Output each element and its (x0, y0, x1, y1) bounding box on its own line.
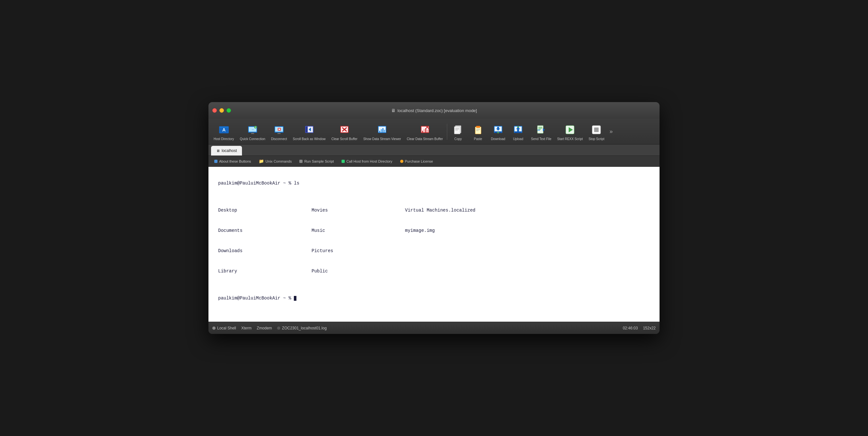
paste-icon (472, 124, 484, 136)
quick-connection-label: Quick Connection (240, 137, 265, 141)
main-window: 🖥 localhost (Standard.zoc) [evaluation m… (209, 102, 659, 334)
send-text-file-button[interactable]: Send Text File (528, 122, 554, 142)
disconnect-label: Disconnect (271, 137, 287, 141)
svg-rect-67 (537, 130, 540, 130)
folder-icon: 📁 (259, 159, 264, 164)
scroll-back-label: Scroll Back as Window (293, 137, 326, 141)
upload-label: Upload (513, 137, 523, 141)
status-protocol: Zmodem (257, 326, 272, 330)
clear-data-stream-button[interactable]: Clear Data Stream Buffer (404, 122, 445, 142)
svg-rect-29 (381, 129, 382, 132)
svg-rect-28 (379, 131, 380, 132)
bookmark-run-sample[interactable]: Run Sample Script (296, 158, 337, 165)
traffic-lights (212, 108, 231, 113)
bookmark-unix-commands[interactable]: 📁 Unix Commands (255, 158, 295, 165)
terminal-area[interactable]: paulkim@PauluiMcBookAir ~ % ls Desktop D… (209, 167, 659, 322)
start-rexx-icon (564, 124, 576, 136)
stop-script-button[interactable]: Stop Script (586, 122, 607, 142)
show-data-stream-label: Show Data Stream Viewer (363, 137, 401, 141)
download-icon (492, 124, 504, 136)
minimize-button[interactable] (219, 108, 224, 113)
upload-icon (512, 124, 524, 136)
quick-connection-icon: → + (246, 124, 259, 136)
scroll-back-icon (303, 124, 315, 136)
show-data-stream-button[interactable]: Show Data Stream Viewer (361, 122, 403, 142)
toolbar: A A Host Directory → + Quick Conn (209, 119, 659, 144)
clear-scroll-button[interactable]: Clear Scroll Buffer (329, 122, 360, 142)
bookmark-call-host[interactable]: Call Host from Host Directory (338, 158, 395, 165)
terminal-ls-output: Desktop Documents Downloads Library Movi… (218, 194, 650, 288)
copy-icon (452, 124, 464, 136)
window-title: 🖥 localhost (Standard.zoc) [evaluation m… (391, 108, 477, 113)
upload-button[interactable]: Upload (508, 122, 528, 142)
terminal-file-downloads: Downloads (218, 247, 312, 255)
terminal-file-desktop: Desktop (218, 207, 312, 214)
send-text-file-icon (535, 124, 548, 136)
tab-icon: 🖥 (216, 149, 220, 153)
status-time: 02:46:03 (623, 326, 638, 330)
bookmark-dot-purchase (400, 160, 403, 163)
svg-rect-53 (497, 127, 499, 129)
svg-rect-7 (251, 133, 254, 134)
terminal-file-movies: Movies (312, 207, 405, 214)
terminal-file-music: Music (312, 227, 405, 234)
svg-rect-71 (594, 128, 599, 132)
terminal-prompt-1: paulkim@PauluiMcBookAir ~ % ls (218, 180, 650, 187)
svg-rect-45 (475, 127, 481, 134)
status-dimensions: 152x22 (643, 326, 656, 330)
toolbar-more-button[interactable]: » (608, 127, 615, 136)
maximize-button[interactable] (226, 108, 231, 113)
show-data-stream-icon (376, 124, 388, 136)
status-shell: Local Shell (212, 326, 236, 330)
status-term-type: Xterm (241, 326, 252, 330)
quick-connection-button[interactable]: → + Quick Connection (237, 122, 268, 142)
clear-scroll-icon (338, 124, 350, 136)
svg-rect-46 (476, 126, 480, 128)
start-rexx-label: Start REXX Script (557, 137, 583, 141)
svg-rect-62 (537, 126, 543, 133)
start-rexx-button[interactable]: Start REXX Script (555, 122, 585, 142)
send-text-file-label: Send Text File (531, 137, 551, 141)
svg-rect-37 (427, 130, 428, 132)
host-directory-icon: A A (218, 124, 230, 136)
clear-data-stream-icon (419, 124, 431, 136)
tabbar: 🖥 localhost (209, 144, 659, 156)
terminal-file-vms: Virtual Machines.localized (405, 207, 498, 214)
terminal-file-documents: Documents (218, 227, 312, 234)
titlebar: 🖥 localhost (Standard.zoc) [evaluation m… (209, 102, 659, 119)
shell-indicator (212, 327, 216, 330)
bookmark-about-buttons[interactable]: About these Buttons (211, 158, 254, 165)
close-button[interactable] (212, 108, 217, 113)
download-label: Download (491, 137, 505, 141)
svg-rect-30 (382, 128, 383, 132)
svg-rect-21 (306, 127, 308, 132)
svg-text:→: → (251, 128, 254, 131)
svg-rect-3 (220, 127, 228, 128)
svg-rect-14 (277, 133, 281, 134)
disconnect-icon (273, 124, 285, 136)
disconnect-button[interactable]: Disconnect (269, 122, 289, 142)
copy-label: Copy (454, 137, 462, 141)
bookmark-dot-call (342, 160, 345, 163)
clear-scroll-label: Clear Scroll Buffer (331, 137, 357, 141)
svg-rect-36 (425, 128, 426, 132)
host-directory-button[interactable]: A A Host Directory (211, 122, 237, 142)
download-button[interactable]: Download (489, 122, 508, 142)
bookmark-dot-run (299, 160, 303, 163)
terminal-file-myimage: myimage.img (405, 227, 498, 234)
terminal-file-public: Public (312, 268, 405, 275)
scroll-back-button[interactable]: Scroll Back as Window (290, 122, 328, 142)
paste-button[interactable]: Paste (468, 122, 488, 142)
tab-localhost[interactable]: 🖥 localhost (211, 146, 242, 156)
stop-script-label: Stop Script (589, 137, 604, 141)
terminal-cursor (294, 296, 297, 301)
svg-text:A: A (222, 127, 225, 132)
terminal-file-pictures: Pictures (312, 247, 405, 255)
clear-data-stream-label: Clear Data Stream Buffer (407, 137, 443, 141)
bookmark-purchase-license[interactable]: Purchase License (397, 158, 436, 165)
bookmark-dot-about (214, 160, 217, 163)
stop-script-icon (590, 124, 602, 136)
toolbar-separator-1 (447, 124, 447, 140)
status-logfile: ZOC2301_localhost01.log (277, 326, 327, 330)
copy-button[interactable]: Copy (448, 122, 468, 142)
